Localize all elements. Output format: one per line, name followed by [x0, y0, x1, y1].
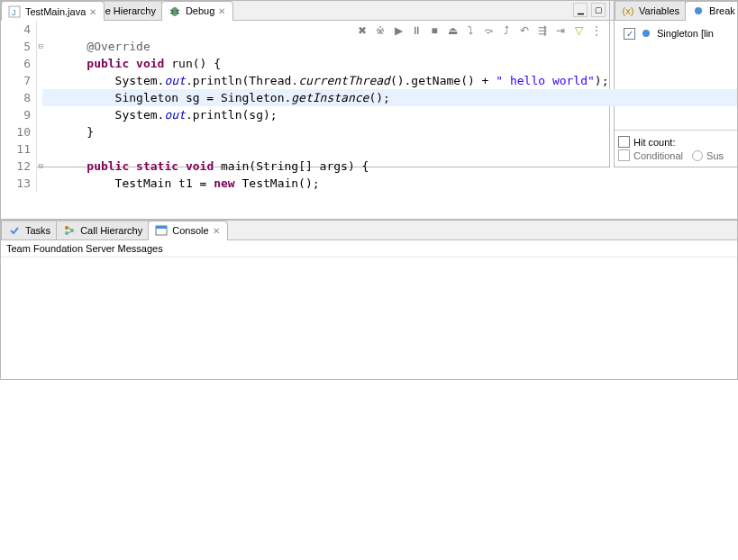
- call-hierarchy-icon: [62, 223, 77, 238]
- close-icon[interactable]: ✕: [213, 226, 222, 235]
- tab-breakpoints[interactable]: Break: [685, 1, 738, 21]
- console-tabs: Tasks Call Hierarchy Console ✕: [1, 221, 737, 240]
- maximize-button[interactable]: ▢: [591, 3, 606, 17]
- bug-icon: [168, 4, 182, 18]
- svg-point-19: [65, 226, 68, 230]
- console-body[interactable]: [1, 257, 737, 378]
- console-icon: [154, 223, 169, 238]
- tab-variables[interactable]: (x) Variables: [615, 1, 686, 20]
- close-icon[interactable]: ✕: [218, 6, 227, 15]
- tab-label: Console: [172, 225, 208, 236]
- minimize-button[interactable]: ▁: [573, 3, 588, 17]
- view-controls: ▁ ▢: [573, 3, 606, 17]
- tab-label: Break: [709, 5, 735, 16]
- console-view: Tasks Call Hierarchy Console ✕ Team Foun…: [0, 220, 738, 380]
- tab-label: Tasks: [25, 225, 50, 236]
- svg-point-21: [65, 231, 68, 235]
- svg-rect-23: [156, 226, 167, 229]
- close-icon[interactable]: ✕: [89, 7, 98, 16]
- tab-console[interactable]: Console ✕: [148, 221, 227, 240]
- tab-tasks[interactable]: Tasks: [1, 221, 57, 239]
- svg-text:J: J: [12, 8, 16, 17]
- code-area[interactable]: @Override public void run() { System.out…: [42, 21, 737, 192]
- svg-point-6: [171, 7, 178, 16]
- line-gutter[interactable]: 45⊟6789101112⊟13: [1, 21, 37, 192]
- tasks-icon: [7, 223, 22, 238]
- java-file-icon: J: [7, 5, 22, 19]
- tab-debug[interactable]: Debug ✕: [161, 1, 233, 21]
- editor-view: J TestMain.java ✕ J Singleton.java 101 T…: [0, 0, 738, 220]
- tab-testmain[interactable]: J TestMain.java ✕: [1, 1, 105, 21]
- breakpoints-icon: [691, 4, 706, 18]
- svg-point-11: [695, 7, 702, 14]
- vars-tabs: (x) Variables Break: [615, 1, 737, 21]
- variables-icon: (x): [621, 4, 635, 18]
- tab-label: Call Hierarchy: [80, 225, 142, 236]
- tab-label: Debug: [186, 5, 214, 16]
- tab-call-hierarchy[interactable]: Call Hierarchy: [56, 221, 149, 239]
- code-editor[interactable]: 45⊟6789101112⊟13 @Override public void r…: [1, 21, 737, 219]
- tab-label: TestMain.java: [25, 6, 86, 17]
- console-message: Team Foundation Server Messages: [1, 240, 737, 257]
- tab-label: Variables: [639, 5, 679, 16]
